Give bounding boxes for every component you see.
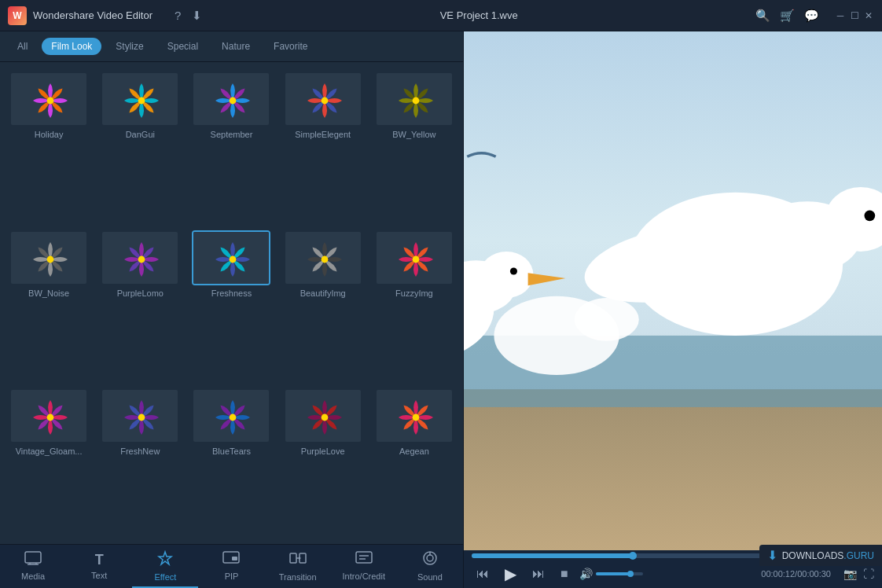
current-time: 00:00:12 bbox=[761, 569, 795, 579]
help-icon[interactable]: ? bbox=[175, 9, 181, 23]
svg-rect-30 bbox=[25, 552, 41, 563]
tab-media[interactable]: Media bbox=[0, 545, 66, 588]
filter-tab-nature[interactable]: Nature bbox=[212, 38, 259, 55]
minimize-button[interactable]: ─ bbox=[835, 10, 846, 21]
effect-item-1[interactable]: DanGui bbox=[94, 65, 186, 224]
filter-tab-all[interactable]: All bbox=[8, 38, 37, 55]
watermark-text: DOWNLOADS.GURU bbox=[782, 550, 874, 561]
pip-icon bbox=[222, 551, 240, 569]
forward-button[interactable]: ⏭ bbox=[527, 565, 549, 582]
effect-label-4: BW_Yellow bbox=[392, 130, 435, 139]
svg-point-25 bbox=[230, 414, 237, 421]
title-bar-left: W Wondershare Video Editor ? ⬇ bbox=[8, 6, 202, 25]
svg-point-5 bbox=[230, 97, 237, 105]
title-bar-right-icons: 🔍 🛒 💬 bbox=[755, 9, 819, 23]
effect-item-10[interactable]: Vintage_Gloam... bbox=[3, 382, 94, 541]
effect-item-7[interactable]: Freshness bbox=[186, 224, 277, 383]
tab-transition[interactable]: Transition bbox=[265, 545, 331, 588]
effects-grid-wrapper: Holiday DanGui September SimpleElegent B… bbox=[0, 62, 463, 544]
effect-item-11[interactable]: FreshNew bbox=[94, 382, 186, 541]
effect-item-13[interactable]: PurpleLove bbox=[277, 382, 369, 541]
effect-thumb-9 bbox=[375, 230, 454, 285]
store-icon[interactable]: 🛒 bbox=[780, 9, 795, 23]
filter-tab-special[interactable]: Special bbox=[158, 38, 208, 55]
tab-media-label: Media bbox=[21, 571, 45, 581]
svg-point-17 bbox=[321, 255, 328, 263]
camera-capture-icon[interactable]: 📷 bbox=[843, 568, 857, 580]
right-panel: ⏮ ▶ ⏭ ■ 🔊 00:00:12/00:00:30 📷 ⛶ bbox=[464, 31, 882, 588]
effect-thumb-6 bbox=[101, 230, 179, 285]
text-icon: T bbox=[95, 552, 104, 568]
effect-thumb-14 bbox=[375, 388, 454, 443]
effect-thumb-0 bbox=[9, 72, 88, 127]
chat-icon[interactable]: 💬 bbox=[804, 9, 819, 23]
effect-thumb-10 bbox=[9, 388, 88, 443]
effect-label-14: Aegean bbox=[399, 447, 429, 456]
play-button[interactable]: ▶ bbox=[500, 563, 521, 585]
svg-point-3 bbox=[138, 97, 145, 105]
effect-item-14[interactable]: Aegean bbox=[369, 382, 460, 541]
tab-transition-label: Transition bbox=[279, 572, 317, 582]
tab-sound-label: Sound bbox=[417, 572, 443, 582]
svg-marker-34 bbox=[159, 552, 171, 564]
stop-button[interactable]: ■ bbox=[556, 565, 573, 582]
rewind-button[interactable]: ⏮ bbox=[472, 565, 494, 582]
effect-item-12[interactable]: BlueTears bbox=[186, 382, 277, 541]
effect-thumb-1 bbox=[101, 72, 179, 127]
volume-icon: 🔊 bbox=[579, 568, 593, 580]
main-layout: All Film Look Stylize Special Nature Fav… bbox=[0, 31, 882, 588]
watermark: ⬇ DOWNLOADS.GURU bbox=[759, 545, 882, 566]
effect-label-9: FuzzyImg bbox=[395, 288, 433, 298]
search-title-icon[interactable]: 🔍 bbox=[755, 9, 770, 23]
effect-thumb-8 bbox=[284, 230, 362, 285]
intro-icon bbox=[355, 551, 373, 569]
svg-point-15 bbox=[230, 255, 237, 263]
fullscreen-icon[interactable]: ⛶ bbox=[863, 568, 874, 580]
effects-grid: Holiday DanGui September SimpleElegent B… bbox=[0, 62, 463, 544]
download-icon[interactable]: ⬇ bbox=[192, 9, 202, 23]
app-logo: W bbox=[8, 6, 27, 25]
tab-pip[interactable]: PIP bbox=[198, 545, 264, 588]
volume-bar[interactable] bbox=[596, 572, 643, 575]
sound-icon bbox=[422, 550, 438, 570]
effect-label-8: BeautifyImg bbox=[300, 288, 346, 298]
close-button[interactable]: ✕ bbox=[863, 10, 874, 21]
tab-text[interactable]: T Text bbox=[66, 545, 132, 588]
effect-item-6[interactable]: PurpleLomo bbox=[94, 224, 186, 383]
effect-item-2[interactable]: September bbox=[186, 65, 277, 224]
effect-item-5[interactable]: BW_Noise bbox=[3, 224, 94, 383]
preview-icons-right: 📷 ⛶ bbox=[843, 568, 874, 580]
effect-item-4[interactable]: BW_Yellow bbox=[369, 65, 460, 224]
svg-point-29 bbox=[412, 414, 419, 421]
effect-thumb-2 bbox=[192, 72, 270, 127]
svg-point-58 bbox=[510, 267, 517, 274]
svg-rect-48 bbox=[464, 389, 882, 550]
effect-item-0[interactable]: Holiday bbox=[3, 65, 94, 224]
transition-icon bbox=[289, 550, 307, 570]
svg-rect-37 bbox=[290, 553, 296, 563]
filter-tab-stylize[interactable]: Stylize bbox=[106, 38, 153, 55]
volume-handle[interactable] bbox=[627, 571, 634, 577]
effect-label-2: September bbox=[211, 130, 253, 139]
effect-item-3[interactable]: SimpleElegent bbox=[277, 65, 369, 224]
tab-sound[interactable]: Sound bbox=[397, 545, 463, 588]
filter-tab-film-look[interactable]: Film Look bbox=[42, 38, 101, 55]
svg-point-1 bbox=[47, 97, 54, 105]
maximize-button[interactable]: ☐ bbox=[849, 10, 860, 21]
media-icon bbox=[24, 551, 42, 569]
effect-label-3: SimpleElegent bbox=[295, 130, 351, 139]
svg-point-23 bbox=[138, 414, 145, 421]
total-time: 00:00:30 bbox=[797, 569, 831, 579]
tab-pip-label: PIP bbox=[225, 571, 239, 581]
svg-point-45 bbox=[427, 555, 433, 561]
title-bar: W Wondershare Video Editor ? ⬇ VE Projec… bbox=[0, 0, 882, 31]
tool-tabs: Media T Text Effect PIP bbox=[0, 544, 463, 588]
tab-effect[interactable]: Effect bbox=[132, 545, 198, 588]
svg-rect-41 bbox=[356, 552, 372, 563]
effect-item-8[interactable]: BeautifyImg bbox=[277, 224, 369, 383]
filter-tab-favorite[interactable]: Favorite bbox=[264, 38, 317, 55]
tab-intro-credit[interactable]: Intro/Credit bbox=[331, 545, 397, 588]
time-display: 00:00:12/00:00:30 bbox=[761, 569, 831, 579]
effect-item-9[interactable]: FuzzyImg bbox=[369, 224, 460, 383]
preview-handle[interactable] bbox=[629, 552, 637, 560]
